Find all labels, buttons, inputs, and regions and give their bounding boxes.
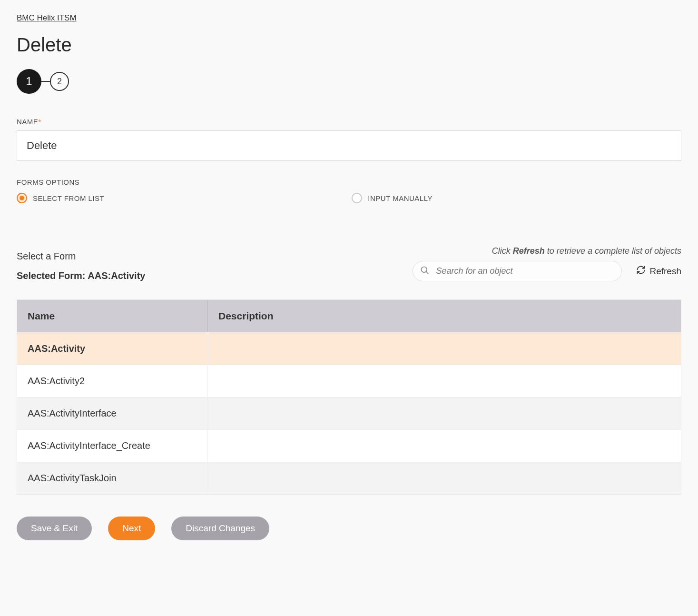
refresh-label: Refresh — [649, 266, 681, 277]
cell-name: AAS:ActivityTaskJoin — [17, 462, 207, 494]
cell-name: AAS:ActivityInterface — [17, 397, 207, 429]
step-1[interactable]: 1 — [17, 69, 41, 94]
table-header: Name Description — [17, 300, 681, 332]
cell-name: AAS:ActivityInterface_Create — [17, 430, 207, 462]
svg-point-0 — [422, 267, 427, 272]
cell-description — [207, 462, 681, 494]
table-row[interactable]: AAS:ActivityInterface_Create — [17, 429, 681, 462]
name-label: NAME* — [17, 118, 681, 126]
cell-name: AAS:Activity2 — [17, 365, 207, 397]
table-row[interactable]: AAS:Activity — [17, 332, 681, 365]
table-row[interactable]: AAS:Activity2 — [17, 365, 681, 397]
cell-name: AAS:Activity — [17, 333, 207, 365]
name-input[interactable] — [17, 130, 681, 161]
cell-description — [207, 333, 681, 365]
page-title: Delete — [17, 34, 681, 56]
breadcrumb[interactable]: BMC Helix ITSM — [17, 13, 77, 22]
radio-icon — [352, 193, 362, 203]
col-header-name[interactable]: Name — [17, 300, 207, 332]
required-asterisk: * — [38, 118, 41, 126]
cell-description — [207, 397, 681, 429]
radio-icon — [17, 193, 27, 203]
cell-description — [207, 365, 681, 397]
discard-button[interactable]: Discard Changes — [171, 517, 269, 540]
search-icon — [420, 266, 430, 277]
radio-input-manually[interactable]: INPUT MANUALLY — [352, 193, 433, 203]
radio-label: INPUT MANUALLY — [368, 194, 433, 202]
svg-line-1 — [426, 271, 429, 274]
forms-options-label: FORMS OPTIONS — [17, 178, 681, 186]
step-2[interactable]: 2 — [50, 72, 69, 91]
radio-label: SELECT FROM LIST — [33, 194, 104, 202]
forms-table: Name Description AAS:ActivityAAS:Activit… — [17, 299, 681, 495]
table-row[interactable]: AAS:ActivityInterface — [17, 397, 681, 429]
stepper: 1 2 — [17, 69, 681, 94]
refresh-icon — [636, 265, 646, 277]
refresh-hint: Click Refresh to retrieve a complete lis… — [413, 246, 681, 256]
table-row[interactable]: AAS:ActivityTaskJoin — [17, 462, 681, 494]
step-connector — [41, 81, 50, 82]
cell-description — [207, 430, 681, 462]
selected-form-label: Selected Form: AAS:Activity — [17, 270, 145, 281]
col-header-description[interactable]: Description — [207, 300, 681, 332]
select-form-title: Select a Form — [17, 251, 145, 262]
save-exit-button[interactable]: Save & Exit — [17, 517, 92, 540]
next-button[interactable]: Next — [108, 517, 155, 540]
radio-select-from-list[interactable]: SELECT FROM LIST — [17, 193, 104, 203]
search-input[interactable] — [413, 261, 622, 281]
refresh-button[interactable]: Refresh — [636, 265, 681, 277]
